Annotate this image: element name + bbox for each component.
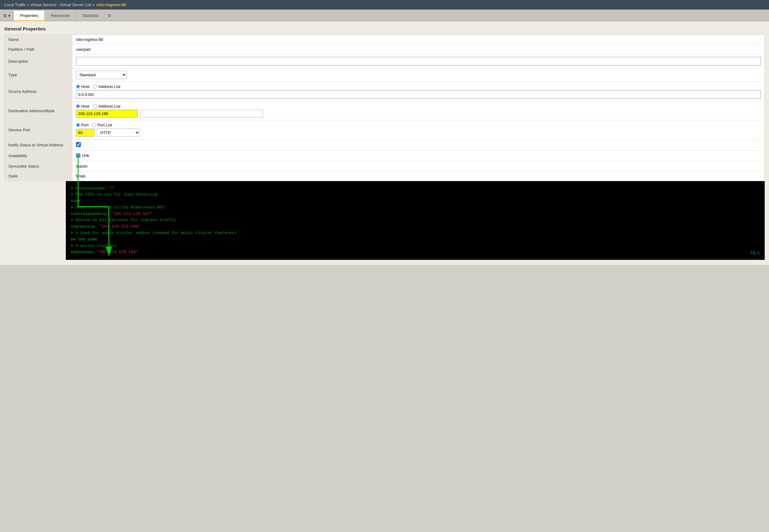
header-bar: Local Traffic » Virtual Servers : Virtua… [0,0,769,10]
port-radio[interactable] [76,123,80,127]
port-radio-label[interactable]: Port [76,123,89,127]
availability-indicator [76,153,80,158]
terminal-line-11: addonsvip: "206.124.129.189" [71,249,760,256]
active-breadcrumb: istio-ingress-80 [96,2,126,7]
row-description: Description [5,54,765,68]
terminal-line-5: controlplanevip: "206.124.129.187" [71,211,760,217]
props-table: Name istio-ingress-80 Partition / Path u… [4,34,765,181]
terminal-line-8: # # Used for admin cluster addons (neede… [71,230,760,236]
availability-badge: Unk [76,153,89,158]
row-source-address: Source Address Host Address List [5,82,765,101]
breadcrumb-text: Local Traffic » Virtual Servers : Virtua… [4,2,94,7]
terminal-line-10: # # across clusters [71,243,760,249]
source-address-input[interactable] [76,90,761,99]
state-value: Enab [76,174,85,178]
label-partition: Partition / Path [5,45,72,54]
tab-gear[interactable]: ⚙ ▾ [0,11,14,21]
section-title: General Properties [4,26,765,31]
type-select[interactable]: Standard Forwarding (IP) Forwarding (Lay… [76,71,127,79]
terminal-line-9: be the same [71,236,760,243]
value-name: istio-ingress-80 [76,37,103,42]
terminal-line-1: # snatpoolname: "" [71,185,760,192]
availability-value: Unk [82,153,89,158]
external-link-icon: ⧉ [108,13,111,18]
main-content: General Properties Name istio-ingress-80… [0,21,769,265]
source-host-radio-label[interactable]: Host [76,84,90,89]
terminal-overlay: # snatpoolname: "" # The VIPs to use for… [66,181,765,260]
source-radio-group: Host Address List [76,84,761,89]
terminal-line-2: # The VIPs to use for load balancing [71,192,760,198]
content-wrapper: Name istio-ingress-80 Partition / Path u… [4,34,765,260]
label-type: Type [5,68,72,82]
label-source-address: Source Address [5,82,72,101]
dest-addrlist-radio[interactable] [93,104,97,108]
row-notify-status: Notify Status to Virtual Address [5,140,765,151]
tab-external-icon[interactable]: ⧉ [105,11,114,21]
tab-properties[interactable]: Properties [14,11,45,21]
row-service-port: Service Port Port Port List HTTP [5,120,765,140]
dest-radio-group: Host Address List [76,104,761,109]
terminal-line-4: # Used to connect to the Kubernetes API [71,204,760,211]
destination-address-input[interactable] [76,110,137,117]
tab-resources[interactable]: Resources [45,11,76,21]
label-description: Description [5,54,72,68]
label-destination: Destination Address/Mask [5,101,72,120]
label-state: State [5,171,72,181]
terminal-line-number: 79,1 [750,250,760,257]
row-syncookie: Syncookie Status Inactiv [5,161,765,171]
port-input[interactable] [76,129,94,137]
label-availability: Availability [5,151,72,161]
terminal-line-3: vips: [71,198,760,204]
notify-status-checkbox[interactable] [76,142,81,147]
protocol-select[interactable]: HTTP HTTPS FTP SMTP Any [97,129,140,137]
row-type: Type Standard Forwarding (IP) Forwarding… [5,68,765,82]
destination-mask-input[interactable] [140,110,263,117]
label-notify-status: Notify Status to Virtual Address [5,140,72,151]
description-input[interactable] [76,57,761,66]
row-availability: Availability Unk [5,151,765,161]
source-host-radio[interactable] [76,85,80,89]
tab-bar: ⚙ ▾ Properties Resources Statistics ⧉ [0,10,769,21]
portlist-radio-label[interactable]: Port List [92,123,112,127]
row-name: Name istio-ingress-80 [5,35,765,45]
dest-addrlist-radio-label[interactable]: Address List [93,104,121,109]
source-addrlist-radio[interactable] [93,85,97,89]
tab-statistics[interactable]: Statistics [76,11,105,21]
value-partition: userpart [76,47,91,52]
label-service-port: Service Port [5,120,72,140]
row-partition: Partition / Path userpart [5,45,765,54]
dest-host-radio[interactable] [76,104,80,108]
terminal-line-6: # Shared by all services for ingress tra… [71,217,760,224]
dest-host-radio-label[interactable]: Host [76,104,90,109]
label-syncookie: Syncookie Status [5,161,72,171]
row-state: State Enab [5,171,765,181]
portlist-radio[interactable] [92,123,96,127]
row-destination: Destination Address/Mask Host Address Li… [5,101,765,120]
port-row: HTTP HTTPS FTP SMTP Any [76,129,761,137]
port-radio-group: Port Port List [76,123,761,127]
source-addrlist-radio-label[interactable]: Address List [93,84,121,89]
terminal-line-7: ingressvip: "206.124.129.188" [71,224,760,230]
label-name: Name [5,35,72,45]
syncookie-value: Inactiv [76,164,88,169]
